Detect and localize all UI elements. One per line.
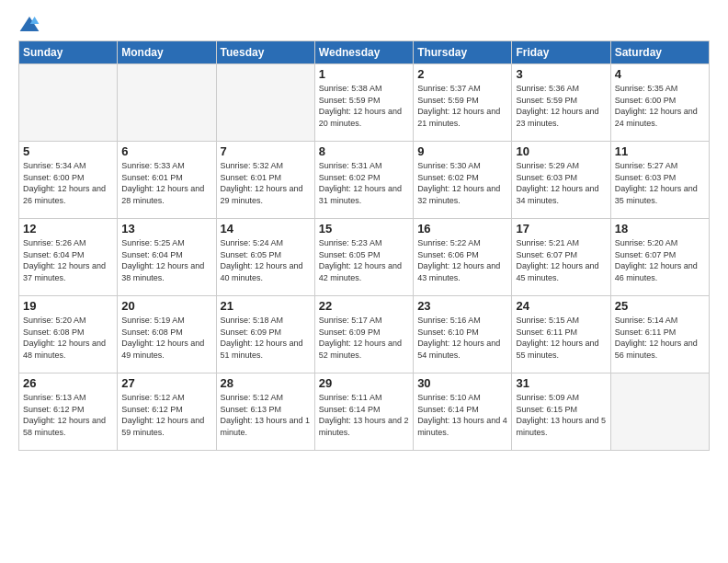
calendar-cell: 20Sunrise: 5:19 AM Sunset: 6:08 PM Dayli…	[118, 296, 216, 373]
day-number: 14	[221, 222, 311, 236]
calendar-cell: 23Sunrise: 5:16 AM Sunset: 6:10 PM Dayli…	[414, 296, 512, 373]
day-number: 7	[221, 144, 311, 158]
calendar-cell: 18Sunrise: 5:20 AM Sunset: 6:07 PM Dayli…	[610, 219, 709, 296]
day-number: 22	[319, 299, 409, 313]
calendar-week-row: 5Sunrise: 5:34 AM Sunset: 6:00 PM Daylig…	[19, 142, 710, 219]
day-number: 31	[516, 376, 606, 390]
day-info: Sunrise: 5:33 AM Sunset: 6:01 PM Dayligh…	[121, 160, 211, 206]
day-info: Sunrise: 5:16 AM Sunset: 6:10 PM Dayligh…	[417, 315, 507, 361]
calendar-cell: 10Sunrise: 5:29 AM Sunset: 6:03 PM Dayli…	[512, 142, 610, 219]
day-info: Sunrise: 5:35 AM Sunset: 6:00 PM Dayligh…	[615, 83, 705, 129]
day-info: Sunrise: 5:13 AM Sunset: 6:12 PM Dayligh…	[23, 392, 113, 438]
day-info: Sunrise: 5:32 AM Sunset: 6:01 PM Dayligh…	[221, 160, 311, 206]
calendar-header-saturday: Saturday	[610, 41, 709, 64]
day-number: 13	[121, 222, 211, 236]
day-info: Sunrise: 5:09 AM Sunset: 6:15 PM Dayligh…	[516, 392, 606, 438]
day-info: Sunrise: 5:11 AM Sunset: 6:14 PM Dayligh…	[319, 392, 409, 438]
day-info: Sunrise: 5:20 AM Sunset: 6:08 PM Dayligh…	[23, 315, 113, 361]
calendar-cell: 22Sunrise: 5:17 AM Sunset: 6:09 PM Dayli…	[314, 296, 413, 373]
logo	[18, 15, 42, 33]
logo-icon	[18, 15, 40, 33]
day-info: Sunrise: 5:38 AM Sunset: 5:59 PM Dayligh…	[319, 83, 409, 129]
header	[18, 15, 710, 33]
calendar-header-thursday: Thursday	[414, 41, 512, 64]
day-number: 8	[319, 144, 409, 158]
calendar-header-monday: Monday	[118, 41, 216, 64]
day-info: Sunrise: 5:23 AM Sunset: 6:05 PM Dayligh…	[319, 237, 409, 283]
day-number: 17	[516, 222, 606, 236]
day-info: Sunrise: 5:17 AM Sunset: 6:09 PM Dayligh…	[319, 315, 409, 361]
calendar-cell: 5Sunrise: 5:34 AM Sunset: 6:00 PM Daylig…	[19, 142, 118, 219]
calendar-week-row: 1Sunrise: 5:38 AM Sunset: 5:59 PM Daylig…	[19, 64, 710, 142]
calendar-cell: 13Sunrise: 5:25 AM Sunset: 6:04 PM Dayli…	[118, 219, 216, 296]
day-number: 18	[615, 222, 705, 236]
day-number: 28	[221, 376, 311, 390]
calendar-cell: 12Sunrise: 5:26 AM Sunset: 6:04 PM Dayli…	[19, 219, 118, 296]
calendar-cell: 3Sunrise: 5:36 AM Sunset: 5:59 PM Daylig…	[512, 64, 610, 142]
day-number: 30	[417, 376, 507, 390]
calendar-cell: 9Sunrise: 5:30 AM Sunset: 6:02 PM Daylig…	[414, 142, 512, 219]
calendar-cell: 28Sunrise: 5:12 AM Sunset: 6:13 PM Dayli…	[216, 373, 314, 451]
calendar-cell: 1Sunrise: 5:38 AM Sunset: 5:59 PM Daylig…	[314, 64, 413, 142]
page: SundayMondayTuesdayWednesdayThursdayFrid…	[0, 0, 728, 563]
day-number: 11	[615, 144, 705, 158]
day-number: 6	[121, 144, 211, 158]
day-number: 5	[23, 144, 113, 158]
calendar-week-row: 19Sunrise: 5:20 AM Sunset: 6:08 PM Dayli…	[19, 296, 710, 373]
day-info: Sunrise: 5:34 AM Sunset: 6:00 PM Dayligh…	[23, 160, 113, 206]
calendar-cell: 25Sunrise: 5:14 AM Sunset: 6:11 PM Dayli…	[610, 296, 709, 373]
calendar-cell	[610, 373, 709, 451]
calendar-cell: 7Sunrise: 5:32 AM Sunset: 6:01 PM Daylig…	[216, 142, 314, 219]
day-info: Sunrise: 5:18 AM Sunset: 6:09 PM Dayligh…	[221, 315, 311, 361]
calendar-cell: 2Sunrise: 5:37 AM Sunset: 5:59 PM Daylig…	[414, 64, 512, 142]
day-info: Sunrise: 5:12 AM Sunset: 6:12 PM Dayligh…	[121, 392, 211, 438]
day-number: 20	[121, 299, 211, 313]
calendar-header-tuesday: Tuesday	[216, 41, 314, 64]
day-info: Sunrise: 5:37 AM Sunset: 5:59 PM Dayligh…	[417, 83, 507, 129]
calendar-cell: 27Sunrise: 5:12 AM Sunset: 6:12 PM Dayli…	[118, 373, 216, 451]
calendar-cell	[118, 64, 216, 142]
day-number: 19	[23, 299, 113, 313]
day-number: 9	[417, 144, 507, 158]
calendar-cell: 8Sunrise: 5:31 AM Sunset: 6:02 PM Daylig…	[314, 142, 413, 219]
day-info: Sunrise: 5:25 AM Sunset: 6:04 PM Dayligh…	[121, 237, 211, 283]
calendar-table: SundayMondayTuesdayWednesdayThursdayFrid…	[18, 40, 710, 451]
calendar-cell: 21Sunrise: 5:18 AM Sunset: 6:09 PM Dayli…	[216, 296, 314, 373]
day-info: Sunrise: 5:29 AM Sunset: 6:03 PM Dayligh…	[516, 160, 606, 206]
day-info: Sunrise: 5:26 AM Sunset: 6:04 PM Dayligh…	[23, 237, 113, 283]
day-number: 2	[417, 67, 507, 81]
day-number: 29	[319, 376, 409, 390]
day-number: 1	[319, 67, 409, 81]
calendar-cell: 24Sunrise: 5:15 AM Sunset: 6:11 PM Dayli…	[512, 296, 610, 373]
day-number: 25	[615, 299, 705, 313]
calendar-cell: 14Sunrise: 5:24 AM Sunset: 6:05 PM Dayli…	[216, 219, 314, 296]
day-number: 4	[615, 67, 705, 81]
calendar-cell: 26Sunrise: 5:13 AM Sunset: 6:12 PM Dayli…	[19, 373, 118, 451]
day-info: Sunrise: 5:24 AM Sunset: 6:05 PM Dayligh…	[221, 237, 311, 283]
calendar-header-friday: Friday	[512, 41, 610, 64]
day-info: Sunrise: 5:27 AM Sunset: 6:03 PM Dayligh…	[615, 160, 705, 206]
day-number: 23	[417, 299, 507, 313]
day-info: Sunrise: 5:31 AM Sunset: 6:02 PM Dayligh…	[319, 160, 409, 206]
day-number: 10	[516, 144, 606, 158]
calendar-cell	[216, 64, 314, 142]
calendar-cell: 29Sunrise: 5:11 AM Sunset: 6:14 PM Dayli…	[314, 373, 413, 451]
calendar-cell: 11Sunrise: 5:27 AM Sunset: 6:03 PM Dayli…	[610, 142, 709, 219]
calendar-cell: 31Sunrise: 5:09 AM Sunset: 6:15 PM Dayli…	[512, 373, 610, 451]
day-number: 12	[23, 222, 113, 236]
day-number: 16	[417, 222, 507, 236]
day-number: 26	[23, 376, 113, 390]
calendar-week-row: 12Sunrise: 5:26 AM Sunset: 6:04 PM Dayli…	[19, 219, 710, 296]
day-info: Sunrise: 5:22 AM Sunset: 6:06 PM Dayligh…	[417, 237, 507, 283]
day-info: Sunrise: 5:10 AM Sunset: 6:14 PM Dayligh…	[417, 392, 507, 438]
day-info: Sunrise: 5:15 AM Sunset: 6:11 PM Dayligh…	[516, 315, 606, 361]
calendar-cell: 17Sunrise: 5:21 AM Sunset: 6:07 PM Dayli…	[512, 219, 610, 296]
calendar-header-wednesday: Wednesday	[314, 41, 413, 64]
day-info: Sunrise: 5:30 AM Sunset: 6:02 PM Dayligh…	[417, 160, 507, 206]
calendar-cell	[19, 64, 118, 142]
day-number: 27	[121, 376, 211, 390]
calendar-header-row: SundayMondayTuesdayWednesdayThursdayFrid…	[19, 41, 710, 64]
day-number: 21	[221, 299, 311, 313]
calendar-cell: 16Sunrise: 5:22 AM Sunset: 6:06 PM Dayli…	[414, 219, 512, 296]
calendar-week-row: 26Sunrise: 5:13 AM Sunset: 6:12 PM Dayli…	[19, 373, 710, 451]
